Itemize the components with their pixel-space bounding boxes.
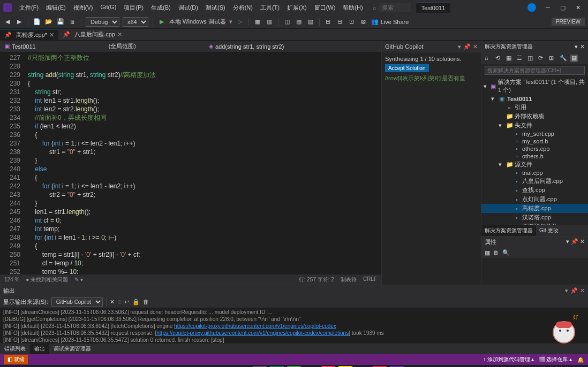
prop-sort-icon[interactable]: 🗎 [493,249,499,256]
live-share-button[interactable]: 👥 Live Share [371,18,409,25]
tree-node[interactable]: ▾📁源文件 [481,160,588,169]
tree-node[interactable]: ▫引用 [481,103,588,112]
tool-icon[interactable]: ◫ [527,55,535,62]
refresh-icon[interactable]: ⟳ [538,55,546,62]
toggle-icon[interactable]: ≡ [118,299,121,305]
source-control-add[interactable]: ↑ 添加到源代码管理 ▴ [483,356,534,363]
tab-debug-source[interactable]: 调试来源管理器 [49,343,95,354]
sync-icon[interactable]: ⟲ [495,55,503,62]
menu-item[interactable]: 视图(V) [70,2,96,14]
clear-icon[interactable]: ✕ [110,299,115,305]
tool-icon[interactable]: ⊞ [549,55,556,62]
tool-icon-6[interactable]: ⊞ [324,18,333,26]
tool-icon-2[interactable]: ▥ [265,18,274,26]
tab-git-changes[interactable]: Git 更改 [536,225,562,236]
file-tab[interactable]: 📌高精度.cpp*✕ [0,29,58,41]
tab-error-list[interactable]: 错误列表 [0,343,30,354]
accept-solution-button[interactable]: Accept Solution [385,64,429,72]
close-icon[interactable]: ✕ [117,31,122,38]
tree-node[interactable]: ▾📁头文件 [481,121,588,130]
save-icon[interactable]: 💾 [56,18,65,26]
repo-select[interactable]: ▦ 选择仓库 ▴ [539,356,572,363]
pin-icon[interactable]: ▾ 📌 ✕ [566,238,585,244]
menu-item[interactable]: 编辑(E) [43,2,69,14]
file-tab[interactable]: 📌八皇后问题.cpp✕ [58,29,126,40]
pin2-icon[interactable]: 📌 [463,43,471,50]
close-icon[interactable]: ✕ [580,287,585,294]
tree-node[interactable]: ▪点灯问题.cpp [481,195,588,204]
run-label[interactable]: 本地 Windows 调试器 [169,18,226,26]
run-no-debug-icon[interactable]: ▷ [236,18,244,26]
user-avatar-icon[interactable] [527,3,536,12]
tree-node[interactable]: ▪trial.cpp [481,169,588,177]
solution-root[interactable]: ▾▣解决方案 'Test0011' (1 个项目, 共 1 个) [481,78,588,95]
prop-cat-icon[interactable]: ▦ [485,249,490,256]
minimize-button[interactable]: ─ [541,2,554,13]
clear-all-icon[interactable]: 🗑 [143,299,149,305]
menu-item[interactable]: 分析(N) [230,2,256,14]
dropdown-icon[interactable]: ▾ [575,43,578,50]
title-search[interactable]: ⌕ [373,3,411,12]
tree-node[interactable]: ▫my_sort.h [481,137,588,145]
output-source-select[interactable]: GitHub Copilot [51,297,103,307]
menu-item[interactable]: Git(G) [97,2,119,14]
tree-node[interactable]: 📁外部依赖项 [481,112,588,121]
tool-icon[interactable]: ▦ [506,55,514,62]
menu-item[interactable]: 调试(D) [175,2,201,14]
solution-search-input[interactable] [485,66,585,75]
menu-item[interactable]: 项目(P) [120,2,147,14]
menu-item[interactable]: 扩展(X) [284,2,310,14]
platform-select[interactable]: x64 [123,17,148,27]
tree-node[interactable]: ▪my_sort.cpp [481,130,588,137]
crumb-project[interactable]: ▣Test0011 [0,42,40,51]
nav-back-icon[interactable]: ◀ [3,18,12,26]
tool-icon-4[interactable]: ▤ [295,18,303,26]
close-icon[interactable]: ✕ [49,32,54,39]
menu-item[interactable]: 测试(S) [202,2,229,14]
tree-node[interactable]: ▪others.cpp [481,145,588,152]
prop-search-icon[interactable]: 🔍 [502,249,510,256]
tool-icon-9[interactable]: ⊠ [359,18,368,26]
pin-icon[interactable]: ▾ [458,43,461,50]
wrench-icon[interactable]: 🔧 [560,55,567,62]
close-icon[interactable]: ✕ [580,43,585,50]
eol-mode[interactable]: CRLF [363,276,377,284]
menu-item[interactable]: 帮助(H) [340,2,366,14]
pin-icon[interactable]: 📌 [570,287,578,294]
code-editor[interactable]: 2272282292302312322332342352362372382392… [0,52,381,274]
nav-fwd-icon[interactable]: ▶ [15,18,24,26]
close-button[interactable]: ✕ [571,2,585,13]
indent-mode[interactable]: 制表符 [341,276,357,284]
project-node[interactable]: ▾▣Test0011 [481,95,588,103]
menu-item[interactable]: 生成(B) [148,2,174,14]
open-icon[interactable]: 📂 [44,18,53,26]
tool-icon[interactable]: ▦ [570,55,578,62]
home-icon[interactable]: ⌂ [485,55,492,62]
output-log[interactable]: [INFO] [streamChoices] [2023-11-15T06:06… [0,308,588,343]
tool-icon-8[interactable]: ⊡ [348,18,356,26]
close-icon[interactable]: ✕ [473,43,478,50]
tool-icon-5[interactable]: ▧ [306,18,315,26]
menu-item[interactable]: 文件(F) [16,2,42,14]
tree-node[interactable]: ▪高精度.cpp [481,204,588,213]
tool-icon-7[interactable]: ⊟ [336,18,344,26]
crumb-scope[interactable]: (全局范围) [104,41,140,51]
tool-icon-1[interactable]: ▦ [253,18,262,26]
config-select[interactable]: Debug [86,17,119,27]
tree-node[interactable]: ▫others.h [481,152,588,160]
code-lines[interactable]: //只能加两个正整数位string add(string str1, strin… [28,52,381,274]
wrap-icon[interactable]: ↩ [124,299,129,305]
dropdown-icon[interactable]: ▾ [565,287,568,294]
menu-item[interactable]: 窗口(W) [311,2,339,14]
issues-indicator[interactable]: ● 未找到相关问题 [26,276,68,284]
run-icon[interactable]: ▶ [157,18,166,26]
save-all-icon[interactable]: 🗎 [68,18,77,26]
search-input[interactable] [379,3,411,12]
tree-node[interactable]: ▪八皇后问题.cpp [481,177,588,186]
crumb-function[interactable]: ◈add(string str1, string str2) [205,42,288,51]
new-file-icon[interactable]: 📄 [33,18,41,26]
menu-item[interactable]: 工具(T) [257,2,283,14]
tree-node[interactable]: ▪汉诺塔.cpp [481,213,588,222]
zoom-level[interactable]: 124 % [4,277,19,282]
tab-output[interactable]: 输出 [30,343,49,354]
